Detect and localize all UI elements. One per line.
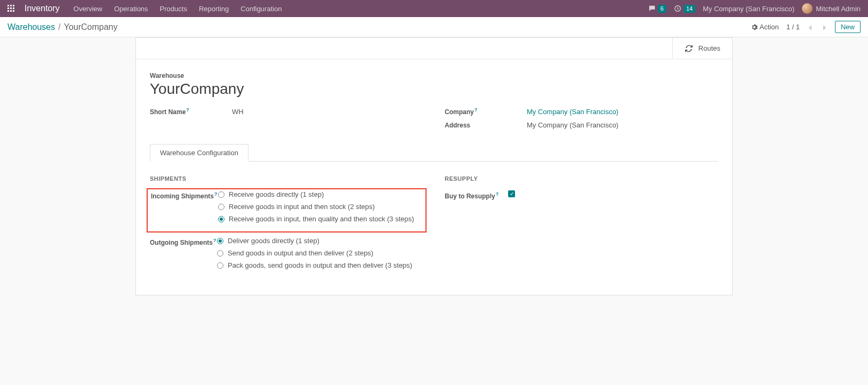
nav-right: 6 14 My Company (San Francisco) Mitchell…: [648, 3, 861, 14]
top-columns: Short Name? WH Company? My Company (San …: [150, 107, 718, 134]
incoming-option-2steps[interactable]: Receive goods in input and then stock (2…: [218, 203, 422, 211]
left-col: Short Name? WH: [150, 107, 423, 134]
control-bar: Warehouses / YourCompany Action 1 / 1 Ne…: [0, 17, 868, 37]
shipments-col: SHIPMENTS Incoming Shipments? Receive go…: [150, 175, 423, 276]
radio-icon: [218, 216, 224, 222]
help-icon[interactable]: ?: [213, 238, 216, 243]
svg-rect-6: [7, 10, 9, 12]
svg-rect-1: [10, 5, 12, 6]
action-label: Action: [760, 23, 779, 31]
control-bar-right: Action 1 / 1 New: [751, 21, 861, 33]
company-switcher[interactable]: My Company (San Francisco): [703, 5, 794, 13]
buy-row: Buy to Resupply? ✓: [445, 190, 718, 200]
breadcrumb-parent[interactable]: Warehouses: [7, 22, 55, 32]
radio-label: Receive goods in input, then quality and…: [229, 215, 414, 223]
nav-overview[interactable]: Overview: [74, 5, 102, 13]
apps-icon[interactable]: [7, 5, 15, 12]
breadcrumb-sep: /: [58, 22, 60, 32]
help-icon[interactable]: ?: [214, 191, 218, 197]
activities-badge: 14: [684, 5, 695, 13]
activities-button[interactable]: 14: [674, 5, 695, 13]
incoming-row: Incoming Shipments? Receive goods direct…: [151, 190, 422, 227]
nav-products[interactable]: Products: [160, 5, 187, 13]
outgoing-row: Outgoing Shipments? Deliver goods direct…: [150, 237, 423, 274]
help-icon[interactable]: ?: [475, 107, 478, 113]
radio-label: Pack goods, send goods in output and the…: [228, 261, 412, 269]
address-value[interactable]: My Company (San Francisco): [527, 121, 618, 129]
radio-label: Send goods in output and then deliver (2…: [228, 249, 373, 257]
radio-label: Receive goods directly (1 step): [229, 190, 324, 198]
nav-reporting[interactable]: Reporting: [199, 5, 229, 13]
address-row: Address My Company (San Francisco): [445, 121, 718, 129]
routes-label: Routes: [698, 44, 720, 52]
svg-rect-5: [13, 7, 14, 9]
nav-configuration[interactable]: Configuration: [240, 5, 282, 13]
messages-badge: 6: [658, 5, 666, 13]
incoming-radio-group: Receive goods directly (1 step) Receive …: [218, 190, 422, 227]
nav-links: Overview Operations Products Reporting C…: [74, 5, 282, 13]
outgoing-option-3steps[interactable]: Pack goods, send goods in output and the…: [217, 261, 423, 269]
user-name: Mitchell Admin: [816, 5, 861, 13]
refresh-icon: [685, 44, 693, 53]
radio-icon: [218, 191, 224, 198]
nav-operations[interactable]: Operations: [114, 5, 148, 13]
radio-icon: [218, 204, 224, 210]
radio-icon: [217, 238, 223, 244]
warehouse-label: Warehouse: [150, 72, 718, 79]
form-sheet: Routes Warehouse YourCompany Short Name?…: [135, 37, 733, 295]
form-wrap: Routes Warehouse YourCompany Short Name?…: [0, 37, 868, 311]
pager-prev[interactable]: [807, 23, 814, 31]
navbar: Inventory Overview Operations Products R…: [0, 0, 868, 17]
radio-icon: [217, 262, 223, 269]
tabs: Warehouse Configuration: [150, 144, 718, 162]
buy-resupply-checkbox[interactable]: ✓: [508, 190, 515, 197]
help-icon[interactable]: ?: [496, 191, 499, 197]
gear-icon: [751, 24, 758, 30]
short-name-value[interactable]: WH: [232, 108, 244, 116]
action-menu[interactable]: Action: [751, 23, 779, 31]
right-col: Company? My Company (San Francisco) Addr…: [445, 107, 718, 134]
svg-rect-2: [13, 5, 14, 6]
svg-rect-4: [10, 7, 12, 9]
short-name-label: Short Name?: [150, 107, 232, 116]
help-icon[interactable]: ?: [186, 107, 189, 113]
pager-next[interactable]: [821, 23, 827, 31]
pager[interactable]: 1 / 1: [786, 23, 800, 31]
stat-button-bar: Routes: [136, 38, 732, 59]
svg-rect-7: [10, 10, 12, 12]
user-menu[interactable]: Mitchell Admin: [802, 3, 861, 14]
routes-stat-button[interactable]: Routes: [672, 38, 732, 59]
shipments-section-title: SHIPMENTS: [150, 175, 423, 182]
resupply-section-title: RESUPPLY: [445, 175, 718, 182]
resupply-col: RESUPPLY Buy to Resupply? ✓: [445, 175, 718, 276]
tab-warehouse-config[interactable]: Warehouse Configuration: [150, 144, 248, 162]
outgoing-option-2steps[interactable]: Send goods in output and then deliver (2…: [217, 249, 423, 257]
outgoing-radio-group: Deliver goods directly (1 step) Send goo…: [217, 237, 423, 274]
incoming-label: Incoming Shipments?: [151, 190, 218, 200]
short-name-row: Short Name? WH: [150, 107, 423, 116]
radio-label: Deliver goods directly (1 step): [228, 237, 319, 245]
tab-content: SHIPMENTS Incoming Shipments? Receive go…: [150, 162, 718, 276]
avatar-icon: [802, 3, 813, 14]
svg-rect-0: [7, 5, 9, 6]
buy-resupply-label: Buy to Resupply?: [445, 190, 499, 200]
company-value[interactable]: My Company (San Francisco): [527, 108, 618, 116]
breadcrumb-current: YourCompany: [64, 22, 118, 32]
company-row: Company? My Company (San Francisco): [445, 107, 718, 116]
svg-rect-3: [7, 7, 9, 9]
incoming-option-1step[interactable]: Receive goods directly (1 step): [218, 190, 422, 198]
new-button[interactable]: New: [835, 21, 861, 33]
outgoing-option-1step[interactable]: Deliver goods directly (1 step): [217, 237, 423, 245]
incoming-option-3steps[interactable]: Receive goods in input, then quality and…: [218, 215, 422, 223]
company-label: Company?: [445, 107, 527, 116]
radio-label: Receive goods in input and then stock (2…: [229, 203, 375, 211]
brand-title[interactable]: Inventory: [25, 4, 60, 13]
form-body: Warehouse YourCompany Short Name? WH Com…: [136, 59, 732, 295]
messages-button[interactable]: 6: [648, 5, 666, 13]
address-label: Address: [445, 122, 527, 129]
warehouse-title[interactable]: YourCompany: [150, 81, 718, 98]
radio-icon: [217, 250, 223, 256]
breadcrumb: Warehouses / YourCompany: [7, 22, 118, 32]
svg-rect-8: [13, 10, 14, 12]
nav-left: Inventory Overview Operations Products R…: [7, 4, 282, 13]
